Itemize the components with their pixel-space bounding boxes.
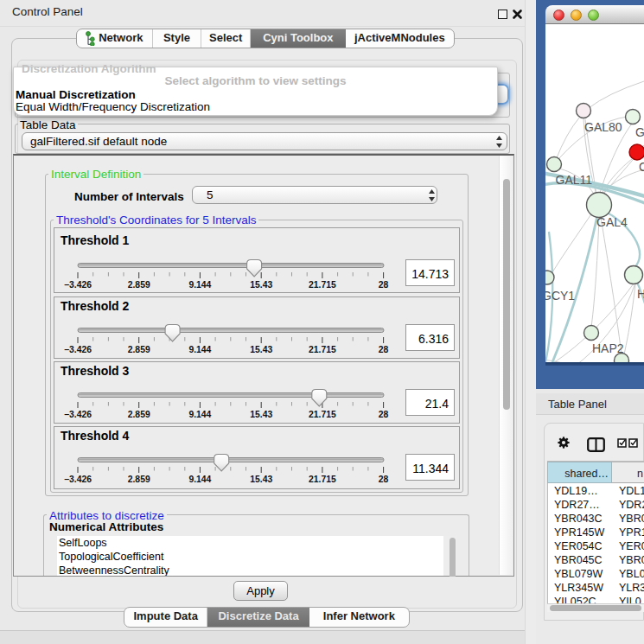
svg-text:GA: GA: [635, 125, 644, 139]
svg-text:15.43: 15.43: [250, 475, 272, 484]
svg-text:−3.426: −3.426: [64, 410, 92, 419]
svg-text:15.43: 15.43: [250, 410, 272, 419]
svg-text:HAP2: HAP2: [592, 341, 624, 355]
svg-text:−3.426: −3.426: [64, 345, 92, 354]
svg-text:21.715: 21.715: [309, 475, 336, 484]
svg-text:−3.426: −3.426: [64, 280, 92, 290]
svg-text:GAL11: GAL11: [556, 173, 593, 187]
svg-text:28: 28: [379, 410, 389, 419]
svg-text:21.715: 21.715: [309, 410, 336, 419]
svg-text:−3.426: −3.426: [64, 475, 92, 484]
svg-text:9.144: 9.144: [188, 410, 211, 419]
svg-text:2.859: 2.859: [128, 345, 150, 354]
svg-text:GAL80: GAL80: [584, 120, 622, 134]
svg-text:H: H: [637, 287, 644, 301]
svg-text:15.43: 15.43: [250, 280, 272, 290]
svg-text:9.144: 9.144: [188, 475, 211, 484]
svg-text:15.43: 15.43: [250, 345, 272, 354]
svg-text:9.144: 9.144: [188, 280, 211, 290]
svg-text:2.859: 2.859: [128, 280, 150, 290]
svg-text:GCY1: GCY1: [545, 289, 575, 303]
svg-text:28: 28: [379, 280, 389, 290]
svg-text:21.715: 21.715: [309, 345, 336, 354]
svg-text:28: 28: [379, 345, 389, 354]
svg-text:28: 28: [379, 475, 389, 484]
svg-text:C: C: [639, 160, 644, 174]
svg-text:2.859: 2.859: [128, 475, 150, 484]
svg-text:2.859: 2.859: [128, 410, 150, 419]
svg-text:GAL4: GAL4: [596, 215, 628, 229]
svg-text:9.144: 9.144: [188, 345, 211, 354]
svg-text:21.715: 21.715: [309, 280, 336, 290]
